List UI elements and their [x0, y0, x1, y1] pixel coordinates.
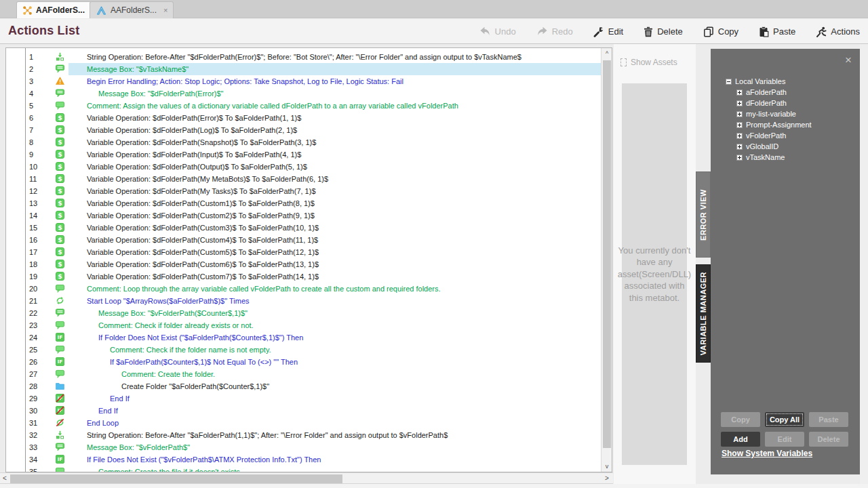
expand-icon[interactable]	[736, 122, 743, 128]
undo-icon	[479, 26, 491, 37]
redo-button: Redo	[536, 26, 573, 37]
action-text: End If	[98, 405, 118, 417]
action-row[interactable]: 6$Variable Operation: $dFolderPath(Error…	[6, 112, 601, 124]
copy-all-variable-button[interactable]: Copy All	[765, 412, 804, 427]
tab-error-view[interactable]: ERROR VIEW	[696, 171, 711, 258]
horizontal-scrollbar[interactable]: < >	[0, 472, 613, 484]
tree-item-vFolderPath[interactable]: vFolderPath	[736, 130, 812, 141]
dollar-icon: $	[56, 138, 64, 146]
vertical-scroll-thumb[interactable]	[603, 60, 611, 448]
line-number: 30	[29, 405, 44, 417]
copy-button[interactable]: Copy	[703, 26, 738, 37]
action-row[interactable]: 16$Variable Operation: $dFolderPath(Cust…	[6, 234, 601, 246]
action-row[interactable]: 21Start Loop "$ArrayRows($aFolderPath$)$…	[6, 295, 601, 307]
expand-icon[interactable]	[736, 89, 743, 96]
expand-icon[interactable]	[736, 133, 743, 139]
tab-close-icon[interactable]: ×	[163, 6, 167, 14]
expand-icon[interactable]	[736, 100, 743, 106]
action-text: Variable Operation: $dFolderPath(Custom3…	[87, 222, 319, 234]
action-row[interactable]: 29IFEnd If	[6, 392, 601, 405]
action-row[interactable]: 9$Variable Operation: $dFolderPath(Input…	[6, 148, 601, 161]
action-row[interactable]: 1String Operation: Before-After "$dFolde…	[6, 51, 601, 63]
comment-icon	[56, 369, 64, 378]
tree-root-local-variables[interactable]: Local Variables	[726, 76, 812, 87]
dollar-icon: $	[56, 174, 64, 183]
line-number: 14	[29, 209, 44, 222]
action-row[interactable]: 18$Variable Operation: $dFolderPath(Cust…	[6, 258, 601, 270]
action-row[interactable]: 5Comment: Assign the values of a diction…	[6, 100, 601, 112]
action-text: Variable Operation: $dFolderPath(Input)$…	[87, 148, 301, 161]
scroll-left-arrow-icon[interactable]: <	[0, 473, 9, 485]
line-number: 32	[29, 429, 44, 441]
tree-item-label: vFolderPath	[746, 131, 786, 140]
dollar-icon: $	[56, 125, 64, 134]
string-op-icon	[56, 430, 64, 439]
tree-item-vGlobalID[interactable]: vGlobalID	[736, 141, 812, 152]
action-row[interactable]: 12$Variable Operation: $dFolderPath(My T…	[6, 185, 601, 197]
action-row[interactable]: 27Comment: Create the folder.	[6, 368, 601, 380]
show-system-variables-link[interactable]: Show System Variables	[722, 449, 812, 458]
action-row[interactable]: 35Comment: Create the file if it doesn't…	[6, 466, 601, 472]
line-number: 29	[29, 392, 44, 405]
collapse-icon[interactable]	[726, 79, 732, 85]
show-assets-toggle[interactable]: Show Assets	[620, 58, 677, 67]
expand-icon[interactable]	[736, 155, 743, 161]
action-row[interactable]: 4Message Box: "$dFolderPath(Error)$"	[6, 87, 601, 100]
bottom-edge-strip	[0, 484, 868, 488]
tree-item-my-list-variable[interactable]: my-list-variable	[736, 108, 812, 119]
action-row[interactable]: 7$Variable Operation: $dFolderPath(Log)$…	[6, 124, 601, 136]
svg-text:$: $	[58, 175, 62, 182]
add-variable-button[interactable]: Add	[721, 432, 760, 447]
action-row[interactable]: 24IFIf Folder Does Not Exist ("$aFolderP…	[6, 331, 601, 344]
edit-button[interactable]: Edit	[593, 26, 623, 37]
expand-icon[interactable]	[736, 144, 743, 150]
action-row[interactable]: 31End Loop	[6, 417, 601, 429]
scroll-right-arrow-icon[interactable]: >	[602, 473, 612, 485]
paste-variable-button: Paste	[809, 412, 848, 427]
action-row[interactable]: 8$Variable Operation: $dFolderPath(Snaps…	[6, 136, 601, 148]
horizontal-scroll-thumb[interactable]	[10, 474, 342, 483]
action-row[interactable]: 13$Variable Operation: $dFolderPath(Cust…	[6, 197, 601, 209]
action-row[interactable]: 34IFIf File Does Not Exist ("$vFolderPat…	[6, 453, 601, 466]
action-row[interactable]: 28Create Folder "$aFolderPath($Counter$,…	[6, 380, 601, 392]
svg-text:$: $	[58, 236, 62, 243]
action-row[interactable]: 3Begin Error Handling; Action: Stop Logi…	[6, 75, 601, 87]
tree-item-dFolderPath[interactable]: dFolderPath	[736, 98, 812, 108]
action-row[interactable]: 32String Operation: Before-After "$aFold…	[6, 429, 601, 441]
tree-item-Prompt-Assignment[interactable]: Prompt-Assignment	[736, 119, 812, 130]
action-text: String Operation: Before-After "$aFolder…	[87, 429, 448, 441]
action-row[interactable]: 11$Variable Operation: $dFolderPath(My M…	[6, 173, 601, 185]
action-row[interactable]: 22Message Box: "$vFolderPath($Counter$,1…	[6, 307, 601, 319]
action-text: Message Box: "$vTaskName$"	[87, 63, 189, 75]
action-row[interactable]: 25Comment: Check if the folder name is n…	[6, 344, 601, 356]
action-row[interactable]: 20Comment: Loop through the array variab…	[6, 283, 601, 295]
action-row[interactable]: 2Message Box: "$vTaskName$"	[6, 63, 601, 75]
dollar-icon: $	[56, 150, 64, 159]
line-number: 28	[29, 380, 44, 392]
action-row[interactable]: 30IFEnd If	[6, 405, 601, 417]
tree-item-vTaskName[interactable]: vTaskName	[736, 152, 812, 163]
action-text: String Operation: Before-After "$dFolder…	[87, 51, 521, 63]
close-icon[interactable]: ×	[845, 54, 852, 66]
action-row[interactable]: 15$Variable Operation: $dFolderPath(Cust…	[6, 222, 601, 234]
expand-icon[interactable]	[736, 111, 743, 117]
action-row[interactable]: 10$Variable Operation: $dFolderPath(Outp…	[6, 161, 601, 173]
scroll-up-arrow-icon[interactable]: ^	[601, 48, 612, 59]
action-row[interactable]: 14$Variable Operation: $dFolderPath(Cust…	[6, 209, 601, 222]
action-row[interactable]: 33Message Box: "$vFolderPath$"	[6, 441, 601, 453]
paste-button[interactable]: Paste	[759, 26, 795, 37]
delete-button[interactable]: Delete	[644, 26, 683, 37]
document-tab-2[interactable]: AAFolderS...×	[90, 1, 174, 18]
action-row[interactable]: 17$Variable Operation: $dFolderPath(Cust…	[6, 246, 601, 258]
action-row[interactable]: 26IFIf $aFolderPath($Counter$,1)$ Not Eq…	[6, 356, 601, 368]
tab-variable-manager[interactable]: VARIABLE MANAGER	[696, 264, 711, 363]
scroll-down-arrow-icon[interactable]: v	[601, 461, 612, 472]
vertical-scrollbar[interactable]: ^ v	[601, 48, 612, 472]
svg-text:$: $	[58, 199, 62, 207]
actions-button[interactable]: Actions	[816, 26, 860, 37]
action-row[interactable]: 19$Variable Operation: $dFolderPath(Cust…	[6, 270, 601, 283]
tree-item-aFolderPath[interactable]: aFolderPath	[736, 87, 812, 98]
action-text: If Folder Does Not Exist ("$aFolderPath(…	[98, 331, 303, 344]
action-text: Variable Operation: $dFolderPath(Log)$ T…	[87, 124, 297, 136]
action-row[interactable]: 23Comment: Check if folder already exist…	[6, 319, 601, 331]
